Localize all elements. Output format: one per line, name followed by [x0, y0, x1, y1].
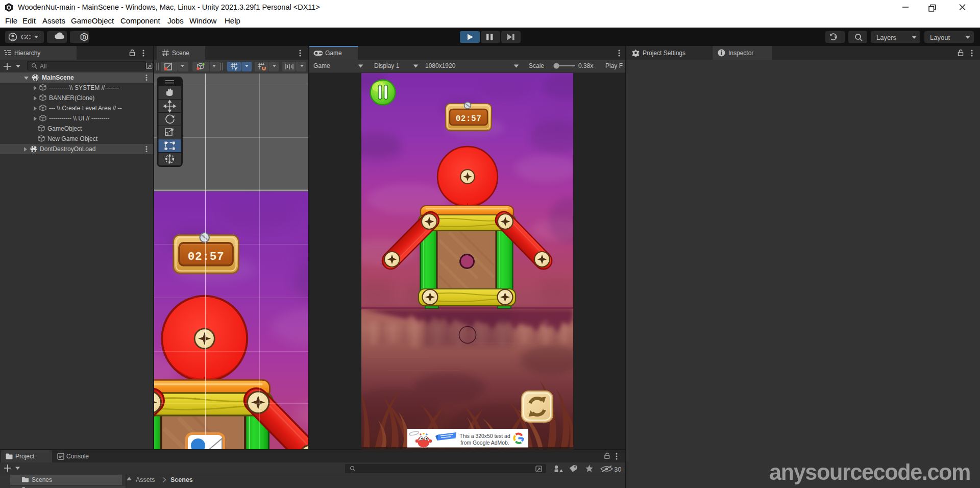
svg-text:D: D — [83, 34, 87, 40]
svg-text:Y: Y — [234, 66, 237, 71]
svg-text:GC: GC — [21, 33, 31, 41]
